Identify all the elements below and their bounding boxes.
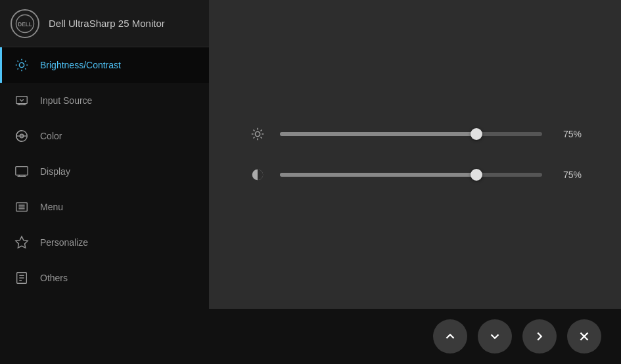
brightness-slider-track[interactable] bbox=[280, 132, 542, 136]
sidebar-item-label: Menu bbox=[40, 202, 63, 212]
svg-line-10 bbox=[18, 68, 18, 69]
sidebar-item-input-source[interactable]: Input Source bbox=[0, 83, 209, 118]
sidebar-nav: Brightness/Contrast Input Source bbox=[0, 47, 209, 309]
main-content: 75% 75% bbox=[209, 0, 621, 309]
brightness-contrast-icon bbox=[12, 56, 31, 74]
svg-point-24 bbox=[255, 131, 260, 136]
sidebar-item-menu[interactable]: Menu bbox=[0, 189, 209, 225]
sidebar-item-label: Others bbox=[40, 273, 68, 283]
nav-right-button[interactable] bbox=[522, 319, 557, 353]
svg-line-7 bbox=[18, 61, 18, 62]
sidebar-item-label: Color bbox=[40, 131, 62, 141]
nav-down-button[interactable] bbox=[478, 319, 512, 353]
svg-rect-14 bbox=[16, 167, 28, 175]
svg-point-2 bbox=[19, 62, 24, 67]
svg-line-32 bbox=[254, 137, 255, 139]
sidebar-item-color[interactable]: Color bbox=[0, 118, 209, 154]
nav-close-button[interactable] bbox=[567, 319, 601, 353]
sidebar-item-display[interactable]: Display bbox=[0, 154, 209, 189]
contrast-value: 75% bbox=[555, 170, 582, 180]
brightness-icon bbox=[248, 127, 267, 141]
svg-line-31 bbox=[261, 130, 262, 131]
svg-line-30 bbox=[261, 137, 262, 139]
personalize-icon bbox=[12, 233, 31, 252]
color-icon bbox=[12, 127, 31, 145]
svg-marker-19 bbox=[16, 237, 28, 248]
sidebar-item-label: Personalize bbox=[40, 237, 88, 248]
svg-text:DELL: DELL bbox=[18, 21, 32, 27]
sidebar-item-others[interactable]: Others bbox=[0, 260, 209, 296]
sidebar-item-label: Display bbox=[40, 166, 70, 177]
display-icon bbox=[12, 162, 31, 181]
bottom-navigation-bar bbox=[0, 309, 621, 364]
sidebar: DELL Dell UltraSharp 25 Monitor bbox=[0, 0, 209, 309]
brightness-value: 75% bbox=[555, 129, 582, 139]
others-icon bbox=[12, 269, 31, 287]
sidebar-item-label: Brightness/Contrast bbox=[40, 60, 121, 70]
nav-up-button[interactable] bbox=[433, 319, 467, 353]
sidebar-header: DELL Dell UltraSharp 25 Monitor bbox=[0, 0, 209, 47]
sidebar-item-label: Input Source bbox=[40, 95, 92, 106]
input-source-icon bbox=[12, 91, 31, 110]
monitor-ui: DELL Dell UltraSharp 25 Monitor bbox=[0, 0, 621, 309]
brightness-slider-row: 75% bbox=[248, 127, 582, 141]
svg-rect-11 bbox=[16, 97, 28, 104]
svg-line-9 bbox=[25, 61, 26, 62]
contrast-slider-track[interactable] bbox=[280, 173, 542, 177]
dell-logo: DELL bbox=[11, 9, 39, 38]
sidebar-item-personalize[interactable]: Personalize bbox=[0, 225, 209, 260]
contrast-slider-row: 75% bbox=[248, 168, 582, 182]
contrast-icon bbox=[248, 168, 267, 182]
menu-icon bbox=[12, 198, 31, 216]
svg-line-8 bbox=[25, 68, 26, 69]
sidebar-item-brightness-contrast[interactable]: Brightness/Contrast bbox=[0, 47, 209, 83]
app-title: Dell UltraSharp 25 Monitor bbox=[49, 18, 165, 29]
svg-line-29 bbox=[254, 130, 255, 131]
